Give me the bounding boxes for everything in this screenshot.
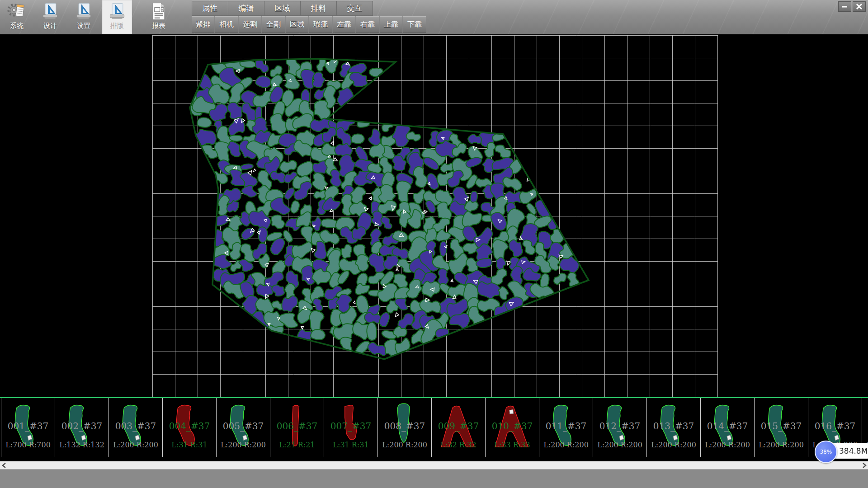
piece-name: 017_#37 <box>862 421 868 432</box>
menu-tab-region[interactable]: 区域 <box>264 1 301 16</box>
app-tab-system[interactable]: 系统 <box>2 0 32 34</box>
close-icon <box>856 4 863 9</box>
piece-lr-count: L:31 R:31 <box>324 441 377 449</box>
piece-lr-count: L:31 R:31 <box>163 441 216 449</box>
piece-name: 015_#37 <box>755 421 808 432</box>
piece-name: 012_#37 <box>593 421 646 432</box>
thumbnail-006[interactable]: 006_#37L:21 R:21 <box>270 398 324 457</box>
app-tab-label: 报表 <box>144 21 174 30</box>
thumbnail-003[interactable]: 003_#37L:200 R:200 <box>109 398 163 457</box>
set-square-icon <box>40 1 60 21</box>
thumbnail-013[interactable]: 013_#37L:200 R:200 <box>647 398 701 457</box>
piece-name: 006_#37 <box>270 421 324 432</box>
piece-name: 016_#37 <box>808 421 862 432</box>
toolbar: 系统设计设置排版报表 属性编辑区域排料交互 聚排相机选割全割区域瑕疵左靠右靠上靠… <box>0 0 868 34</box>
piece-name: 008_#37 <box>378 421 431 432</box>
window-close-button[interactable] <box>853 1 866 12</box>
tool-button-align-left[interactable]: 左靠 <box>333 16 355 33</box>
piece-lr-count: L:200 R:200 <box>378 441 431 449</box>
horizontal-scrollbar[interactable] <box>0 461 868 469</box>
piece-name: 002_#37 <box>55 421 108 432</box>
thumbnail-005[interactable]: 005_#37L:200 R:200 <box>217 398 270 457</box>
tool-button-align-bottom[interactable]: 下靠 <box>403 16 426 33</box>
piece-lr-count: L:32 R:32 <box>432 441 485 449</box>
piece-name: 001_#37 <box>1 421 55 432</box>
tool-button-region[interactable]: 区域 <box>286 16 308 33</box>
piece-lr-count: L:200 R:200 <box>109 441 162 449</box>
memory-percent-indicator: 38% <box>815 441 837 463</box>
piece-lr-count: L:21 R:21 <box>270 441 324 449</box>
thumbnail-009[interactable]: 009_#37L:32 R:32 <box>432 398 486 457</box>
menu-tab-interact[interactable]: 交互 <box>337 1 373 16</box>
thumbnail-007[interactable]: 007_#37L:31 R:31 <box>324 398 378 457</box>
chevron-left-icon <box>2 463 6 468</box>
piece-name: 004_#37 <box>163 421 216 432</box>
piece-lr-count: L:200 R:200 <box>217 441 270 449</box>
thumbnail-008[interactable]: 008_#37L:200 R:200 <box>378 398 432 457</box>
thumbnail-001[interactable]: 001_#37L:700 R:700 <box>1 398 55 457</box>
tool-buttons: 聚排相机选割全割区域瑕疵左靠右靠上靠下靠 <box>192 16 426 33</box>
piece-thumbnail-strip: 001_#37L:700 R:700002_#37L:132 R:132003_… <box>0 397 868 459</box>
tool-button-align-top[interactable]: 上靠 <box>380 16 402 33</box>
app-tab-report[interactable]: 报表 <box>144 0 174 34</box>
menu-tab-nest[interactable]: 排料 <box>301 1 337 16</box>
menu-tab-properties[interactable]: 属性 <box>192 1 228 16</box>
status-bar <box>0 469 868 488</box>
piece-name: 003_#37 <box>109 421 162 432</box>
thumbnail-004[interactable]: 004_#37L:31 R:31 <box>163 398 217 457</box>
app-tab-label: 排版 <box>102 21 132 30</box>
piece-lr-count: L:132 R:132 <box>55 441 108 449</box>
piece-lr-count: L:200 R:200 <box>539 441 593 449</box>
memory-badge: 384.8M 38% <box>815 441 837 463</box>
piece-name: 007_#37 <box>324 421 377 432</box>
app-tab-nesting[interactable]: 排版 <box>102 0 132 34</box>
piece-name: 014_#37 <box>701 421 754 432</box>
piece-lr-count: L:200 R:200 <box>593 441 646 449</box>
piece-lr-count: L:200 R:200 <box>701 441 754 449</box>
app-tab-label: 设置 <box>69 21 99 30</box>
piece-lr-count: L:700 R:700 <box>1 441 55 449</box>
piece-name: 011_#37 <box>539 421 593 432</box>
app-tab-design[interactable]: 设计 <box>35 0 65 34</box>
chevron-right-icon <box>862 463 867 468</box>
tool-button-select-cut[interactable]: 选割 <box>239 16 261 33</box>
window-controls <box>838 1 866 12</box>
piece-name: 010_#37 <box>486 421 539 432</box>
piece-name: 013_#37 <box>647 421 700 432</box>
thumbnail-011[interactable]: 011_#37L:200 R:200 <box>539 398 593 457</box>
thumbnail-014[interactable]: 014_#37L:200 R:200 <box>701 398 755 457</box>
thumbnail-015[interactable]: 015_#37L:200 R:200 <box>755 398 808 457</box>
tool-button-defect[interactable]: 瑕疵 <box>309 16 332 33</box>
thumbnail-012[interactable]: 012_#37L:200 R:200 <box>593 398 647 457</box>
thumbnail-010[interactable]: 010_#37L:33 R:33 <box>486 398 539 457</box>
tool-button-camera[interactable]: 相机 <box>215 16 238 33</box>
piece-name: 005_#37 <box>217 421 270 432</box>
report-doc-icon <box>149 1 169 21</box>
app-tab-label: 系统 <box>2 21 32 30</box>
set-square-icon <box>74 1 94 21</box>
piece-name: 009_#37 <box>432 421 485 432</box>
app-tab-settings[interactable]: 设置 <box>69 0 99 34</box>
scroll-left-button[interactable] <box>0 461 8 469</box>
thumbnail-002[interactable]: 002_#37L:132 R:132 <box>55 398 109 457</box>
piece-lr-count: L:33 R:33 <box>486 441 539 449</box>
tool-button-align-right[interactable]: 右靠 <box>356 16 379 33</box>
piece-lr-count: L:200 R:200 <box>647 441 700 449</box>
nesting-workspace-canvas[interactable] <box>0 34 868 400</box>
gear-notepad-icon <box>7 1 27 21</box>
menu-tabs: 属性编辑区域排料交互 <box>192 1 373 16</box>
app-tab-label: 设计 <box>35 21 65 30</box>
window-minimize-button[interactable] <box>838 1 851 12</box>
set-square-icon <box>107 1 127 21</box>
piece-lr-count: L:200 R:200 <box>755 441 808 449</box>
menu-tab-edit[interactable]: 编辑 <box>228 1 264 16</box>
scroll-right-button[interactable] <box>860 461 868 469</box>
minimize-icon <box>841 4 848 9</box>
tool-button-cluster-nest[interactable]: 聚排 <box>192 16 214 33</box>
tool-button-cut-all[interactable]: 全割 <box>262 16 285 33</box>
